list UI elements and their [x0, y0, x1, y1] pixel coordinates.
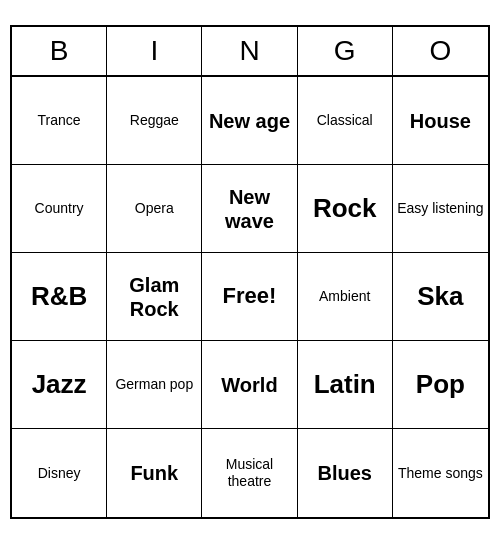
bingo-cell: Trance — [12, 77, 107, 165]
cell-label: R&B — [31, 281, 87, 312]
cell-label: Rock — [313, 193, 377, 224]
bingo-header: BINGO — [12, 27, 488, 77]
bingo-cell: Funk — [107, 429, 202, 517]
bingo-cell: Blues — [298, 429, 393, 517]
cell-label: New wave — [206, 185, 292, 233]
cell-label: Opera — [135, 200, 174, 217]
cell-label: Pop — [416, 369, 465, 400]
header-letter: I — [107, 27, 202, 75]
cell-label: House — [410, 109, 471, 133]
header-letter: N — [202, 27, 297, 75]
cell-label: Jazz — [32, 369, 87, 400]
cell-label: Trance — [38, 112, 81, 129]
cell-label: Theme songs — [398, 465, 483, 482]
bingo-cell: Rock — [298, 165, 393, 253]
bingo-card: BINGO TranceReggaeNew ageClassicalHouseC… — [10, 25, 490, 519]
cell-label: Ambient — [319, 288, 370, 305]
cell-label: German pop — [115, 376, 193, 393]
bingo-cell: Reggae — [107, 77, 202, 165]
bingo-cell: Ska — [393, 253, 488, 341]
bingo-cell: World — [202, 341, 297, 429]
bingo-cell: House — [393, 77, 488, 165]
cell-label: Musical theatre — [206, 456, 292, 490]
cell-label: Disney — [38, 465, 81, 482]
bingo-cell: Country — [12, 165, 107, 253]
bingo-cell: Ambient — [298, 253, 393, 341]
bingo-cell: Latin — [298, 341, 393, 429]
bingo-cell: Pop — [393, 341, 488, 429]
bingo-cell: Theme songs — [393, 429, 488, 517]
bingo-cell: German pop — [107, 341, 202, 429]
bingo-cell: Classical — [298, 77, 393, 165]
cell-label: New age — [209, 109, 290, 133]
cell-label: Glam Rock — [111, 273, 197, 321]
cell-label: Funk — [130, 461, 178, 485]
bingo-cell: Disney — [12, 429, 107, 517]
cell-label: World — [221, 373, 277, 397]
cell-label: Reggae — [130, 112, 179, 129]
bingo-cell: Free! — [202, 253, 297, 341]
cell-label: Free! — [223, 283, 277, 309]
bingo-cell: Jazz — [12, 341, 107, 429]
cell-label: Ska — [417, 281, 463, 312]
bingo-cell: New age — [202, 77, 297, 165]
cell-label: Country — [35, 200, 84, 217]
cell-label: Blues — [317, 461, 371, 485]
bingo-cell: Musical theatre — [202, 429, 297, 517]
bingo-cell: R&B — [12, 253, 107, 341]
header-letter: B — [12, 27, 107, 75]
header-letter: O — [393, 27, 488, 75]
cell-label: Easy listening — [397, 200, 483, 217]
header-letter: G — [298, 27, 393, 75]
bingo-cell: New wave — [202, 165, 297, 253]
bingo-cell: Glam Rock — [107, 253, 202, 341]
bingo-cell: Opera — [107, 165, 202, 253]
bingo-cell: Easy listening — [393, 165, 488, 253]
cell-label: Classical — [317, 112, 373, 129]
bingo-grid: TranceReggaeNew ageClassicalHouseCountry… — [12, 77, 488, 517]
cell-label: Latin — [314, 369, 376, 400]
